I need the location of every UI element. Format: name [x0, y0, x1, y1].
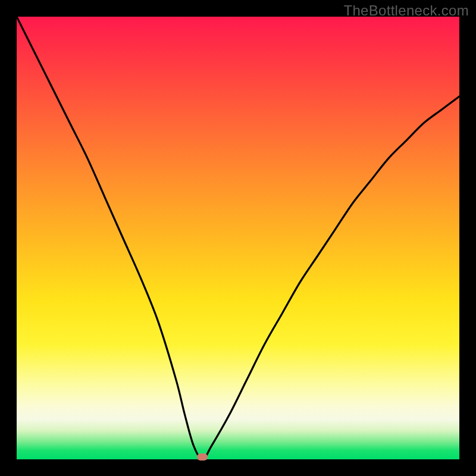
bottleneck-curve: [17, 17, 459, 459]
chart-frame: TheBottleneck.com: [0, 0, 476, 476]
watermark-text: TheBottleneck.com: [343, 2, 469, 19]
minimum-marker: [197, 453, 208, 461]
plot-area: [17, 17, 459, 459]
